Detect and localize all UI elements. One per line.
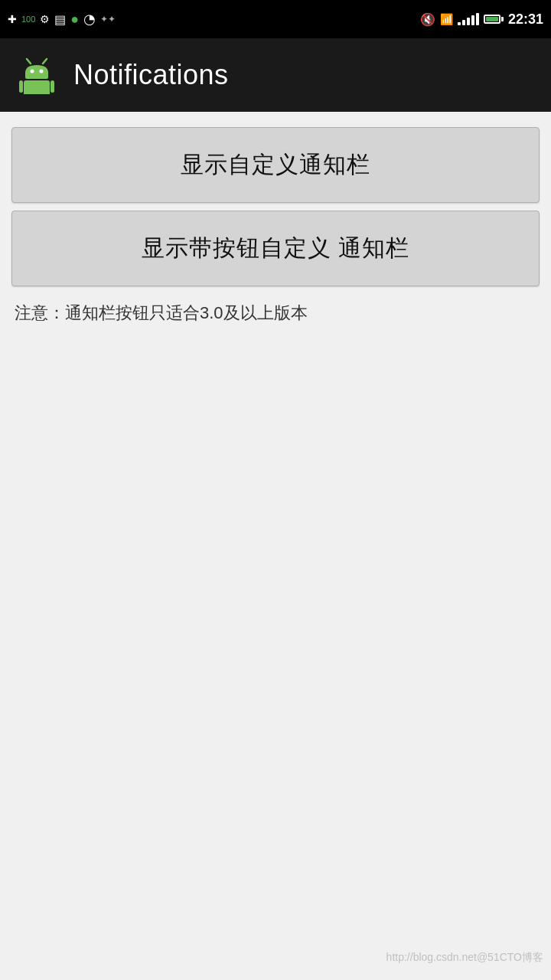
add-icon: ✚ (8, 13, 17, 25)
signal-bars (458, 13, 479, 25)
circle-multi-icon: ◔ (83, 11, 96, 28)
show-custom-notification-button[interactable]: 显示自定义通知栏 (11, 127, 540, 203)
svg-point-2 (31, 70, 34, 74)
watermark: http://blog.csdn.net@51CTO博客 (386, 951, 543, 965)
app-title: Notifications (73, 59, 229, 91)
wifi-icon: 📶 (440, 13, 453, 25)
app-icon (15, 54, 58, 96)
circle-green-icon: ● (70, 11, 79, 28)
show-button-notification-button[interactable]: 显示带按钮自定义 通知栏 (11, 211, 540, 286)
svg-line-1 (43, 59, 47, 64)
svg-point-3 (40, 70, 44, 74)
usb-icon: ⚙ (40, 13, 50, 25)
status-time: 22:31 (508, 11, 543, 28)
sdcard-icon: ▤ (54, 12, 66, 27)
status-bar: ✚ 100 ⚙ ▤ ● ◔ ✦✦ 🔇 📶 (0, 0, 551, 38)
battery-icon (484, 15, 504, 24)
mute-icon: 🔇 (420, 12, 435, 27)
svg-rect-6 (51, 80, 54, 93)
version-note: 注意：通知栏按钮只适合3.0及以上版本 (11, 294, 540, 332)
android-robot-icon (18, 56, 56, 94)
main-content: 显示自定义通知栏 显示带按钮自定义 通知栏 注意：通知栏按钮只适合3.0及以上版… (0, 112, 551, 980)
status-bar-left: ✚ 100 ⚙ ▤ ● ◔ ✦✦ (8, 11, 116, 28)
svg-rect-5 (19, 80, 23, 93)
special-icon: ✦✦ (100, 14, 116, 24)
svg-rect-4 (24, 80, 50, 94)
status-bar-right: 🔇 📶 22:31 (420, 11, 543, 28)
battery-small-icon: 100 (21, 15, 35, 24)
svg-line-0 (27, 59, 31, 64)
app-bar: Notifications (0, 38, 551, 112)
